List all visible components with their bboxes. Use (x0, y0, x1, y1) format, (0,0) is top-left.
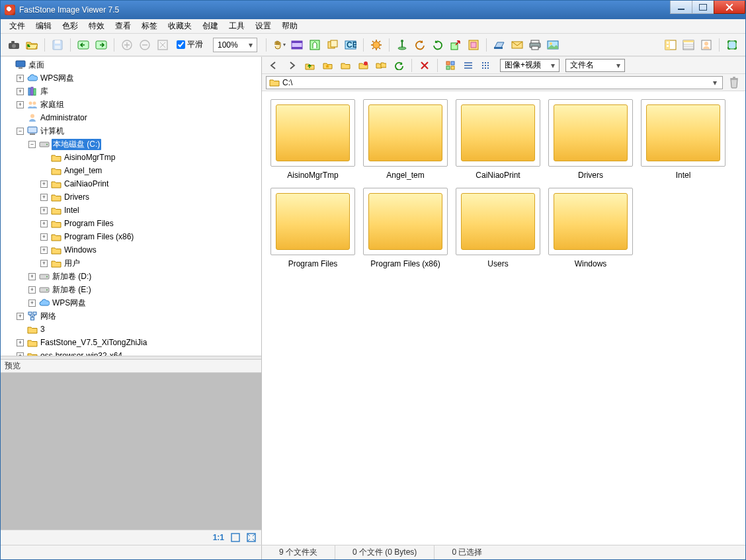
folder-thumbnail[interactable]: Program Files (270, 188, 356, 268)
print-button[interactable] (527, 37, 543, 53)
favorites-button[interactable] (319, 58, 335, 73)
settings-button[interactable] (368, 37, 384, 53)
folder-thumbnail[interactable]: CaiNiaoPrint (455, 99, 541, 180)
folder-red-button[interactable] (355, 58, 371, 73)
chevron-down-icon[interactable]: ▾ (614, 61, 623, 70)
menu-4[interactable]: 查看 (110, 19, 136, 33)
tree-row[interactable]: +Windows (2, 243, 261, 257)
redo-button[interactable] (93, 37, 109, 53)
open-button[interactable] (24, 37, 40, 53)
tree-row[interactable]: 桌面 (2, 58, 261, 71)
expand-icon[interactable]: + (40, 180, 48, 188)
actual-size-icon[interactable] (231, 533, 240, 542)
view-thumbnails-button[interactable] (663, 37, 679, 53)
thumbnail-area[interactable]: AisinoMgrTmpAngel_temCaiNiaoPrintDrivers… (262, 91, 745, 545)
expand-icon[interactable]: + (40, 194, 48, 201)
fullscreen-button[interactable] (724, 37, 740, 53)
expand-icon[interactable]: + (40, 233, 48, 241)
expand-icon[interactable]: + (17, 339, 24, 346)
view-small-icons-button[interactable] (478, 58, 494, 73)
folder-thumbnail[interactable]: Program Files (x86) (362, 188, 448, 268)
tree-row[interactable]: +新加卷 (D:) (2, 270, 261, 283)
tree-row[interactable]: +家庭组 (2, 98, 261, 111)
rotate-right-button[interactable] (430, 37, 446, 53)
folder-thumbnail[interactable]: Intel (640, 99, 726, 180)
undo-button[interactable] (75, 37, 91, 53)
reload-button[interactable] (391, 58, 407, 73)
canvas-button[interactable] (466, 37, 481, 53)
menu-2[interactable]: 色彩 (58, 19, 83, 33)
folder-thumbnail[interactable]: Windows (548, 188, 634, 268)
menu-9[interactable]: 设置 (251, 19, 276, 33)
collapse-icon[interactable]: − (17, 128, 24, 135)
window-close-button[interactable] (714, 1, 745, 14)
zoom-combo[interactable]: 100% ▾ (213, 38, 257, 52)
folder-thumbnail[interactable]: Drivers (548, 99, 634, 180)
chevron-down-icon[interactable]: ▾ (710, 78, 720, 87)
tree-row[interactable]: −计算机 (2, 124, 261, 138)
tree-row[interactable]: −本地磁盘 (C:) (2, 138, 261, 151)
expand-icon[interactable]: + (17, 101, 24, 108)
expand-icon[interactable]: + (40, 260, 48, 267)
recycle-bin-button[interactable] (727, 75, 741, 90)
tree-row[interactable]: +Drivers (2, 190, 261, 204)
tree-row[interactable]: +WPS网盘 (2, 71, 261, 85)
expand-icon[interactable]: + (40, 207, 48, 214)
folder-thumbnail[interactable]: Users (455, 188, 541, 268)
chevron-down-icon[interactable]: ▾ (548, 61, 558, 70)
resize-button[interactable] (448, 37, 464, 53)
wallpaper-button[interactable] (545, 37, 561, 53)
tree-row[interactable]: +Intel (2, 204, 261, 217)
scanner-button[interactable] (491, 37, 507, 53)
preview-pane[interactable] (1, 373, 261, 530)
expand-icon[interactable]: + (28, 300, 36, 307)
menu-8[interactable]: 工具 (224, 19, 249, 33)
tree-row[interactable]: +用户 (2, 257, 261, 270)
folder-thumbnail[interactable]: Angel_tem (362, 99, 448, 180)
tree-row[interactable]: +网络 (2, 309, 261, 323)
tree-row[interactable]: Angel_tem (2, 164, 261, 177)
expand-icon[interactable]: + (17, 313, 24, 320)
view-large-icons-button[interactable] (442, 58, 458, 73)
expand-icon[interactable]: + (28, 273, 36, 280)
expand-icon[interactable]: + (40, 220, 48, 227)
screen-capture-button[interactable] (394, 37, 410, 53)
nav-back-button[interactable] (266, 58, 282, 73)
acquire-from-scanner-button[interactable] (6, 37, 22, 53)
tree-row[interactable]: +CaiNiaoPrint (2, 177, 261, 190)
sort-combo[interactable]: 文件名 ▾ (565, 59, 625, 72)
tree-row[interactable]: 3 (2, 323, 261, 336)
batch-rename-button[interactable]: CB (343, 37, 358, 53)
new-folder-button[interactable] (337, 58, 353, 73)
refresh-folders-button[interactable] (373, 58, 389, 73)
chevron-down-icon[interactable]: ▾ (246, 40, 255, 50)
menu-0[interactable]: 文件 (5, 19, 30, 33)
folder-thumbnail[interactable]: AisinoMgrTmp (270, 99, 356, 180)
expand-icon[interactable]: + (17, 75, 24, 82)
menu-5[interactable]: 标签 (137, 19, 162, 33)
nav-forward-button[interactable] (284, 58, 300, 73)
tree-row[interactable]: +Program Files (x86) (2, 230, 261, 243)
tree-row[interactable]: Administrator (2, 111, 261, 124)
expand-icon[interactable]: + (28, 286, 36, 294)
menu-7[interactable]: 创建 (198, 19, 223, 33)
menu-3[interactable]: 特效 (84, 19, 109, 33)
rotate-left-button[interactable] (412, 37, 428, 53)
email-button[interactable] (509, 37, 525, 53)
nav-up-button[interactable] (302, 58, 317, 73)
view-list-button[interactable] (681, 37, 696, 53)
tree-row[interactable]: +FastStone_V7.5_XiTongZhiJia (2, 336, 261, 349)
tree-row[interactable]: +Program Files (2, 217, 261, 230)
menu-6[interactable]: 收藏夹 (163, 19, 196, 33)
collapse-icon[interactable]: − (28, 141, 36, 148)
path-input[interactable]: C:\ ▾ (266, 76, 723, 89)
folder-tree[interactable]: 桌面+WPS网盘+库+家庭组Administrator−计算机−本地磁盘 (C:… (1, 57, 261, 356)
expand-icon[interactable]: + (17, 352, 24, 356)
menu-1[interactable]: 编辑 (31, 19, 56, 33)
tree-row[interactable]: +库 (2, 85, 261, 98)
delete-button[interactable] (417, 58, 433, 73)
view-single-button[interactable] (698, 37, 714, 53)
slideshow-button[interactable] (289, 37, 305, 53)
tree-row[interactable]: AisinoMgrTmp (2, 151, 261, 164)
window-minimize-button[interactable] (670, 1, 692, 14)
